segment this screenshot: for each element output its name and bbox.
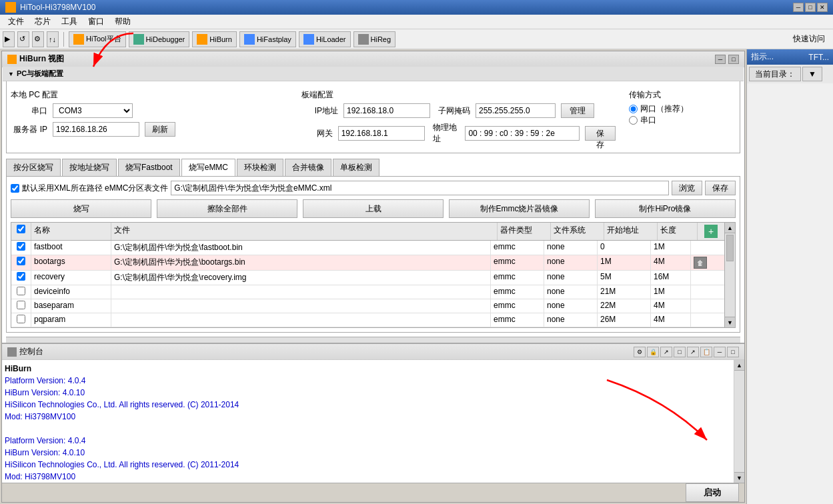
make-emmc-button[interactable]: 制作Emmc烧片器镜像 [449, 199, 590, 218]
xml-row: 默认采用XML所在路径 eMMC分区表文件 浏览 保存 [11, 181, 736, 195]
table-row: fastboot G:\定制机固件\华为悦盒\fastboot.bin emmc… [11, 241, 724, 255]
toolbar-hifastplay[interactable]: HiFastplay [239, 31, 296, 47]
tab-emmc-burn[interactable]: 烧写eMMC [181, 159, 235, 177]
server-ip-input[interactable] [53, 122, 139, 137]
menu-help[interactable]: 帮助 [109, 15, 136, 29]
row-checkbox-4[interactable] [17, 301, 25, 309]
row-fs-4: none [544, 299, 598, 313]
row-fs-3: none [544, 285, 598, 299]
toolbar-separator [63, 32, 64, 47]
console-scroll-down[interactable]: ▼ [734, 472, 744, 483]
row-checkbox-2[interactable] [17, 272, 25, 281]
gateway-input[interactable] [338, 126, 425, 141]
menu-window[interactable]: 窗口 [83, 15, 109, 29]
toolbar-btn-2[interactable]: ↺ [17, 31, 29, 47]
menu-chip[interactable]: 芯片 [29, 15, 56, 29]
right-dir-button[interactable]: 当前目录： [749, 67, 801, 81]
header-checkbox[interactable] [17, 225, 25, 233]
console-scrollbar[interactable]: ▲ ▼ [734, 360, 744, 483]
console-blank [5, 423, 731, 435]
upload-button[interactable]: 上载 [303, 199, 444, 218]
delete-partition-1[interactable]: 🗑 [694, 257, 707, 269]
console-tool-5[interactable]: ↗ [687, 347, 699, 357]
gateway-label: 网关 [301, 128, 333, 139]
console-tool-3[interactable]: ↗ [660, 347, 672, 357]
toolbar-hireg[interactable]: HiReg [353, 31, 396, 47]
toolbar-hiloader[interactable]: HiLoader [299, 31, 351, 47]
xml-save-button[interactable]: 保存 [705, 181, 736, 195]
row-fs-5: none [544, 313, 598, 327]
row-file-4 [111, 299, 491, 313]
scroll-down-btn[interactable]: ▼ [725, 317, 735, 327]
console-maximize[interactable]: □ [727, 347, 739, 357]
tab-board-check[interactable]: 单板检测 [333, 159, 379, 176]
tab-fastboot-burn[interactable]: 烧写Fastboot [118, 159, 180, 176]
menu-file[interactable]: 文件 [3, 15, 29, 29]
right-panel-title: 指示... TFT... [747, 49, 833, 65]
table-scrollbar[interactable]: ▲ ▼ [724, 223, 735, 327]
erase-button[interactable]: 擦除全部件 [157, 199, 297, 218]
browse-button[interactable]: 浏览 [672, 181, 702, 195]
toolbar-hidebugger[interactable]: HiDebugger [129, 31, 190, 47]
console-toolbar: ⚙ 🔒 ↗ □ ↗ 📋 ─ □ [634, 347, 739, 357]
console-tool-4[interactable]: □ [674, 347, 686, 357]
toolbar-btn-3[interactable]: ⚙ [32, 31, 44, 47]
row-start-1: 1M [598, 255, 651, 270]
menu-tools[interactable]: 工具 [56, 15, 83, 29]
tab-addr-burn[interactable]: 按地址烧写 [62, 159, 117, 176]
toolbar-hiburn[interactable]: HiBurn [192, 31, 237, 47]
serial-port-select[interactable]: COM3 [53, 103, 133, 118]
add-partition-button[interactable]: + [704, 225, 718, 238]
window-controls: ─ □ ✕ [793, 3, 828, 12]
right-nav-button[interactable]: ▼ [802, 67, 822, 81]
toolbar-btn-4[interactable]: ↑↓ [47, 31, 59, 47]
row-name-1: bootargs [31, 255, 111, 270]
row-checkbox-0[interactable] [17, 242, 25, 251]
table-row: deviceinfo emmc none 21M 1M [11, 285, 724, 299]
hiburn-minimize-btn[interactable]: ─ [715, 55, 726, 64]
console-tool-6[interactable]: 📋 [700, 347, 712, 357]
row-checkbox-1[interactable] [17, 257, 25, 265]
toolbar-btn-1[interactable]: ▶ [3, 31, 15, 47]
manage-button[interactable]: 管理 [561, 103, 594, 118]
tab-merge-image[interactable]: 合并镜像 [285, 159, 331, 176]
network-radio[interactable] [629, 105, 638, 113]
scroll-up-btn[interactable]: ▲ [725, 223, 735, 233]
start-button[interactable]: 启动 [686, 483, 739, 502]
network-radio-label: 网口（推荐） [640, 103, 688, 115]
row-checkbox-3[interactable] [17, 287, 25, 295]
close-button[interactable]: ✕ [817, 3, 828, 12]
make-hipro-button[interactable]: 制作HiPro镜像 [595, 199, 736, 218]
row-device-4: emmc [491, 299, 544, 313]
toolbar-hitool[interactable]: HiTool平台 [69, 31, 126, 47]
save-config-button[interactable]: 保存 [585, 126, 616, 141]
xml-checkbox[interactable] [11, 184, 19, 193]
tab-partition-burn[interactable]: 按分区烧写 [6, 159, 61, 176]
mac-input[interactable] [465, 126, 579, 141]
serial-radio[interactable] [629, 116, 638, 125]
console-scroll-up[interactable]: ▲ [734, 360, 744, 371]
row-checkbox-5[interactable] [17, 315, 25, 323]
table-row: bootargs G:\定制机固件\华为悦盒\bootargs.bin emmc… [11, 255, 724, 271]
console-minimize[interactable]: ─ [714, 347, 726, 357]
row-length-2: 16M [651, 271, 691, 285]
row-start-0: 0 [598, 241, 651, 255]
row-device-1: emmc [491, 255, 544, 270]
subnet-input[interactable] [476, 103, 556, 118]
xml-path-input[interactable] [171, 181, 669, 195]
refresh-button[interactable]: 刷新 [145, 122, 175, 137]
console-tool-1[interactable]: ⚙ [634, 347, 646, 357]
minimize-button[interactable]: ─ [793, 3, 804, 12]
maximize-button[interactable]: □ [805, 3, 816, 12]
xml-label: 默认采用XML所在路径 eMMC分区表文件 [22, 183, 168, 194]
horizontal-scrollbar[interactable] [6, 337, 740, 343]
tab-env-check[interactable]: 环块检测 [237, 159, 283, 176]
console-tool-2[interactable]: 🔒 [647, 347, 659, 357]
scroll-thumb[interactable] [726, 235, 734, 261]
hiburn-icon [197, 34, 207, 45]
console-title-bar: 控制台 ⚙ 🔒 ↗ □ ↗ 📋 ─ □ [2, 344, 744, 360]
burn-button[interactable]: 烧写 [11, 199, 151, 218]
ip-address-input[interactable] [343, 103, 430, 118]
hiburn-maximize-btn[interactable]: □ [728, 55, 739, 64]
ip-address-row: IP地址 子网掩码 管理 [301, 103, 616, 118]
